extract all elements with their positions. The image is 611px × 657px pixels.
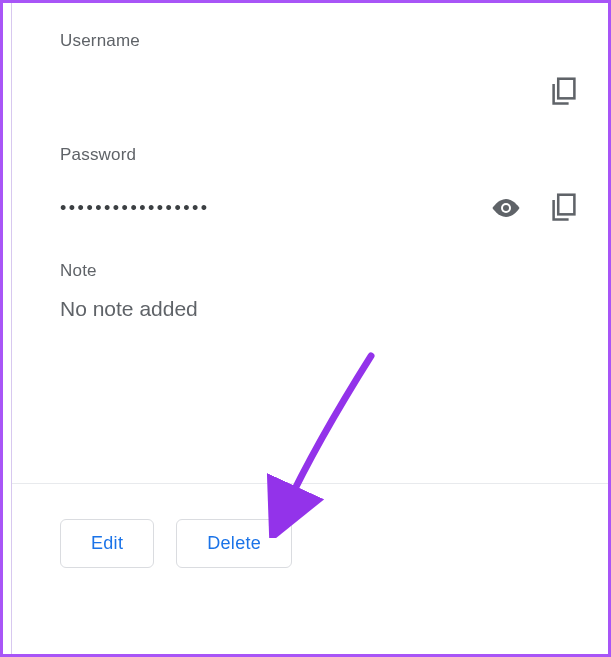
username-row: [60, 53, 580, 131]
show-password-button[interactable]: [490, 192, 522, 224]
action-buttons: Edit Delete: [60, 519, 292, 568]
delete-button[interactable]: Delete: [176, 519, 292, 568]
section-divider: [12, 483, 608, 484]
copy-icon: [550, 77, 578, 107]
svg-rect-0: [558, 79, 574, 99]
eye-icon: [490, 197, 522, 219]
note-label: Note: [60, 261, 580, 281]
svg-point-2: [503, 205, 509, 211]
copy-icon: [550, 193, 578, 223]
edit-button[interactable]: Edit: [60, 519, 154, 568]
svg-rect-3: [558, 195, 574, 215]
username-field: Username: [60, 31, 580, 131]
username-label: Username: [60, 31, 580, 51]
username-actions: [548, 76, 580, 108]
note-field: Note No note added: [60, 261, 580, 321]
password-field: Password •••••••••••••••••: [60, 145, 580, 237]
note-value: No note added: [60, 297, 580, 321]
password-value-masked: •••••••••••••••••: [60, 198, 490, 219]
password-label: Password: [60, 145, 580, 165]
copy-password-button[interactable]: [548, 192, 580, 224]
password-actions: [490, 192, 580, 224]
password-row: •••••••••••••••••: [60, 179, 580, 237]
screenshot-frame: Username Password •••••••••••••••••: [0, 0, 611, 657]
copy-username-button[interactable]: [548, 76, 580, 108]
